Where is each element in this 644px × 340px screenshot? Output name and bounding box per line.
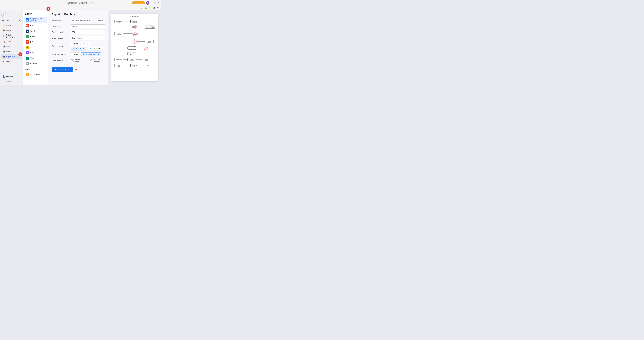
export-menu-graphics[interactable]: 🖼 Graphics (PNG, JPG et...	[24, 17, 47, 23]
export-menu-ppt[interactable]: P PPT	[24, 39, 47, 44]
avatar[interactable]: C	[146, 1, 150, 5]
close-button[interactable]: ✕	[157, 2, 159, 4]
export-range-select[interactable]: Current page All pages Selected objects	[71, 36, 105, 40]
back-button[interactable]: ←	[1, 12, 6, 17]
export-format-select[interactable]: JPG PNG BMP SVG	[71, 30, 105, 34]
cart-icon: 🛒	[134, 2, 136, 4]
buy-export-button[interactable]: Buy Now, Export	[52, 67, 73, 72]
watermark-none-button[interactable]: 💎 No watermarks ▾	[81, 52, 101, 56]
export-quality-control: Normal 💎 HD 💎 Ultra HD ✓ 💎	[71, 42, 105, 50]
free-badge: Free	[89, 2, 94, 4]
export-menu-visio[interactable]: V Visio	[24, 56, 47, 61]
quality-group: Normal 💎 HD 💎 Ultra HD ✓ 💎	[71, 42, 105, 50]
settings-icon[interactable]: ⚙	[156, 6, 159, 9]
svg-text:SLA: SLA	[147, 65, 148, 66]
hd-gem-icon: 💎	[83, 43, 85, 45]
title-bar: Wondershare EdrawMax Free 🛒 Buy Now C − …	[0, 0, 161, 6]
sidebar-item-cloud[interactable]: 🖥 Cloud Documents	[0, 33, 22, 39]
flowchart-preview: .fc-rect { fill: white; stroke: #333; st…	[113, 18, 156, 79]
remove-margins-label: Remove margins	[93, 58, 105, 62]
account-icon: 👤	[2, 75, 5, 78]
file-name-label: File Name:	[52, 25, 71, 27]
export-menu-pseps[interactable]: PS PS/EPS	[24, 61, 47, 66]
email-icon: ✉	[26, 73, 29, 76]
buy-now-button[interactable]: 🛒 Buy Now	[132, 1, 145, 4]
window-controls: − ⬜ ✕	[150, 2, 159, 4]
graphics-icon: 🖼	[26, 18, 29, 22]
new-plus-button[interactable]: +	[18, 19, 21, 22]
export-icon: 📤	[2, 55, 5, 58]
sidebar-item-save: 💾 Save	[0, 44, 22, 49]
export-format-row: Export format: JPG PNG BMP SVG	[52, 30, 105, 34]
notification-icon[interactable]: 🔔	[144, 6, 147, 9]
preview-area: IT Flowchart .fc-rect { fill: white; str…	[108, 10, 161, 85]
save-directory-input[interactable]	[71, 19, 95, 22]
badge-1: 1	[18, 52, 22, 56]
file-name-input[interactable]	[71, 24, 105, 28]
quality-hd-button[interactable]: 💎 HD	[81, 42, 90, 46]
title-bar-right: 🛒 Buy Now C − ⬜ ✕	[132, 1, 159, 5]
export-form-title: Export to Graphics	[52, 13, 105, 16]
export-menu-svg[interactable]: S SVG	[24, 45, 47, 50]
export-panel-title: Export	[23, 10, 48, 17]
import-icon: 📥	[2, 29, 5, 32]
svg-text:budget: budget	[145, 60, 148, 61]
svg-text:Funding: Funding	[130, 54, 134, 55]
other-settings-control: Remove background Remove margins	[71, 58, 105, 62]
quality-normal-button[interactable]: Normal	[71, 42, 80, 46]
svg-text:off: off	[134, 66, 136, 66]
dropdown-icon: ▾	[98, 54, 99, 56]
other-settings-row: Other settings: Remove background Remove…	[52, 58, 105, 62]
visio-icon: V	[26, 56, 29, 60]
preview-chart-title: IT Flowchart	[113, 16, 156, 17]
export-menu-excel[interactable]: X Excel	[24, 34, 47, 39]
app-title: Wondershare EdrawMax	[67, 2, 88, 4]
word-icon: W	[26, 30, 29, 33]
restore-button[interactable]: ⬜	[154, 2, 156, 4]
watermark-control: Default 💎 No watermarks ▾	[71, 52, 105, 56]
customize-button[interactable]: 💎 Customize	[88, 47, 103, 50]
remove-background-item[interactable]: Remove background	[71, 58, 88, 62]
export-quality-row: Export quality: Normal 💎 HD 💎 Ultra HD ✓	[52, 42, 105, 50]
sidebar-item-print[interactable]: 🖨 Print	[0, 59, 22, 64]
export-menu-email[interactable]: ✉ Send Email	[24, 72, 47, 77]
remove-margins-item[interactable]: Remove margins	[90, 58, 105, 62]
sidebar-item-templates[interactable]: 📋 Templates	[0, 39, 22, 44]
remove-background-label: Remove background	[74, 58, 88, 62]
sidebar-item-new[interactable]: ➕ New +	[0, 18, 22, 23]
toolbar-row: ❓ 🔔 ⚙ 🖼 ⚙	[0, 6, 161, 10]
watermark-label: Watermark settings:	[52, 54, 71, 56]
browse-button[interactable]: Browse	[96, 18, 105, 22]
open-icon: 📁	[2, 24, 5, 26]
pdf-icon: PDF	[26, 24, 29, 27]
export-format-label: Export format:	[52, 31, 71, 33]
badge-2: 2	[46, 7, 50, 11]
templates-icon: 📋	[2, 40, 5, 43]
remove-background-checkbox[interactable]	[71, 59, 73, 62]
export-menu-pdf[interactable]: PDF PDF	[24, 23, 47, 28]
help-icon[interactable]: ❓	[140, 6, 143, 9]
export-format-control: JPG PNG BMP SVG	[71, 30, 105, 34]
svg-text:Demo: Demo	[152, 27, 154, 28]
export-menu-html[interactable]: H Html	[24, 50, 47, 56]
template-icon[interactable]: 🖼	[152, 6, 155, 9]
sidebar-item-open[interactable]: 📁 Open	[0, 23, 22, 28]
checkmark-icon: ✓	[83, 48, 84, 50]
watermark-default-button[interactable]: Default	[71, 52, 80, 56]
sidebar-item-options[interactable]: ⚙ Options	[0, 79, 22, 84]
svg-text:Implementation: Implementation	[116, 59, 122, 60]
options-icon: ⚙	[2, 80, 5, 82]
pseps-icon: PS	[26, 62, 29, 65]
export-quality-label: Export quality:	[52, 45, 71, 47]
quality-ultrahd-button[interactable]: 💎 Ultra HD ✓	[71, 47, 86, 50]
export-menu-word[interactable]: W Word	[24, 28, 47, 34]
main-layout: ← ➕ New + 📁 Open 📥 Import 🖥	[0, 10, 161, 85]
share-icon[interactable]: ⚙	[148, 6, 151, 9]
sidebar-item-import[interactable]: 📥 Import	[0, 28, 22, 32]
sidebar-item-account[interactable]: 👤 Account	[0, 74, 22, 79]
remove-margins-checkbox[interactable]	[90, 59, 92, 62]
minimize-button[interactable]: −	[150, 2, 153, 4]
sidebar-bottom: 👤 Account ⚙ Options	[0, 73, 22, 84]
svg-text:sign off: sign off	[118, 66, 120, 66]
file-name-control	[71, 24, 105, 28]
